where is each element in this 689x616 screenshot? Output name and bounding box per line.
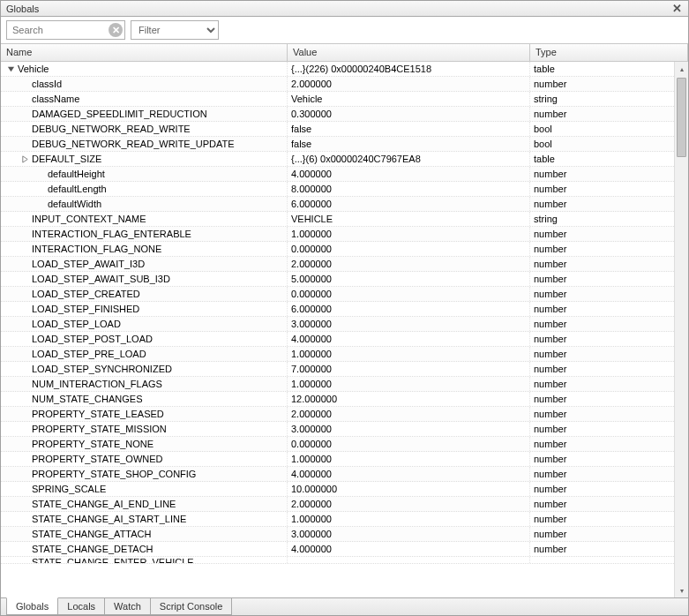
scroll-up-icon[interactable]: ▴ [675, 62, 688, 76]
clear-icon[interactable]: ✕ [109, 23, 123, 37]
name-text: DEBUG_NETWORK_READ_WRITE_UPDATE [32, 139, 235, 149]
tree-scroll[interactable]: Vehicle{...}(226) 0x00000240B4CE1518tabl… [1, 62, 688, 597]
cell-value: 6.000000 [288, 197, 530, 211]
tab-watch[interactable]: Watch [104, 598, 151, 615]
filter-select[interactable]: Filter [131, 20, 219, 40]
collapse-icon[interactable] [6, 64, 15, 73]
name-text: Vehicle [18, 64, 49, 74]
cell-value: 3.000000 [288, 422, 530, 436]
tree-row[interactable]: PROPERTY_STATE_LEASED2.000000number [1, 407, 688, 422]
cell-name: defaultHeight [1, 167, 288, 181]
panel-titlebar: Globals ✕ [1, 1, 688, 17]
cell-name: SPRING_SCALE [1, 482, 288, 496]
tree-row[interactable]: STATE_CHANGE_DETACH4.000000number [1, 542, 688, 557]
cell-name: LOAD_STEP_LOAD [1, 317, 288, 331]
cell-name: PROPERTY_STATE_LEASED [1, 407, 288, 421]
cell-type: number [530, 197, 688, 211]
cell-type: number [530, 422, 688, 436]
tree-row[interactable]: INTERACTION_FLAG_NONE0.000000number [1, 242, 688, 257]
tree-row[interactable]: DEFAULT_SIZE{...}(6) 0x00000240C7967EA8t… [1, 152, 688, 167]
cell-type: number [530, 512, 688, 526]
tree-row[interactable]: DEBUG_NETWORK_READ_WRITE_UPDATEfalsebool [1, 137, 688, 152]
tree-row[interactable]: DAMAGED_SPEEDLIMIT_REDUCTION0.300000numb… [1, 107, 688, 122]
tree-row[interactable]: DEBUG_NETWORK_READ_WRITEfalsebool [1, 122, 688, 137]
scroll-down-icon[interactable]: ▾ [675, 583, 688, 597]
tree-row[interactable]: LOAD_STEP_LOAD3.000000number [1, 317, 688, 332]
cell-name: LOAD_STEP_FINISHED [1, 302, 288, 316]
cell-value: 0.000000 [288, 287, 530, 301]
tree-area: Vehicle{...}(226) 0x00000240B4CE1518tabl… [1, 62, 688, 597]
name-text: LOAD_STEP_LOAD [32, 319, 121, 329]
name-text: LOAD_STEP_AWAIT_I3D [32, 259, 145, 269]
tree-row[interactable]: PROPERTY_STATE_NONE0.000000number [1, 437, 688, 452]
tree-row[interactable]: classNameVehiclestring [1, 92, 688, 107]
tree-row[interactable]: STATE_CHANGE_ATTACH3.000000number [1, 527, 688, 542]
header-value[interactable]: Value [288, 44, 530, 61]
tree-row[interactable]: LOAD_STEP_CREATED0.000000number [1, 287, 688, 302]
tree-row[interactable]: defaultWidth6.000000number [1, 197, 688, 212]
cell-type: string [530, 212, 688, 226]
tree-row[interactable]: STATE_CHANGE_ENTER_VEHICLE [1, 557, 688, 564]
cell-name: STATE_CHANGE_ATTACH [1, 527, 288, 541]
search-input[interactable] [6, 20, 125, 40]
scroll-thumb[interactable] [677, 78, 686, 157]
cell-value: Vehicle [288, 92, 530, 106]
cell-name: PROPERTY_STATE_NONE [1, 437, 288, 451]
tab-globals[interactable]: Globals [6, 597, 58, 615]
cell-type: number [530, 467, 688, 481]
cell-type: number [530, 392, 688, 406]
cell-value: 0.300000 [288, 107, 530, 121]
cell-name: STATE_CHANGE_ENTER_VEHICLE [1, 557, 288, 563]
cell-type: number [530, 182, 688, 196]
tree-row[interactable]: defaultHeight4.000000number [1, 167, 688, 182]
name-text: PROPERTY_STATE_MISSION [32, 424, 167, 434]
tree-row[interactable]: STATE_CHANGE_AI_END_LINE2.000000number [1, 497, 688, 512]
tree-row[interactable]: SPRING_SCALE10.000000number [1, 482, 688, 497]
cell-name: DAMAGED_SPEEDLIMIT_REDUCTION [1, 107, 288, 121]
tree-row[interactable]: NUM_STATE_CHANGES12.000000number [1, 392, 688, 407]
cell-value: 2.000000 [288, 407, 530, 421]
tree-row[interactable]: PROPERTY_STATE_OWNED1.000000number [1, 452, 688, 467]
tree-row[interactable]: NUM_INTERACTION_FLAGS1.000000number [1, 377, 688, 392]
header-name[interactable]: Name [1, 44, 288, 61]
tree-row[interactable]: LOAD_STEP_AWAIT_SUB_I3D5.000000number [1, 272, 688, 287]
tree-row[interactable]: LOAD_STEP_POST_LOAD4.000000number [1, 332, 688, 347]
tree-row[interactable]: LOAD_STEP_FINISHED6.000000number [1, 302, 688, 317]
vertical-scrollbar[interactable]: ▴ ▾ [674, 62, 688, 597]
name-text: className [32, 94, 79, 104]
tree-row[interactable]: LOAD_STEP_AWAIT_I3D2.000000number [1, 257, 688, 272]
tree-row[interactable]: LOAD_STEP_PRE_LOAD1.000000number [1, 347, 688, 362]
tree-row[interactable]: INTERACTION_FLAG_ENTERABLE1.000000number [1, 227, 688, 242]
tree-row[interactable]: PROPERTY_STATE_SHOP_CONFIG4.000000number [1, 467, 688, 482]
tree-row[interactable]: defaultLength8.000000number [1, 182, 688, 197]
name-text: LOAD_STEP_SYNCHRONIZED [32, 364, 172, 374]
panel-title: Globals [6, 4, 670, 14]
tree-row[interactable]: classId2.000000number [1, 77, 688, 92]
name-text: STATE_CHANGE_AI_END_LINE [32, 499, 176, 509]
expand-icon[interactable] [20, 154, 29, 163]
cell-name: DEBUG_NETWORK_READ_WRITE [1, 122, 288, 136]
cell-type: number [530, 497, 688, 511]
name-text: LOAD_STEP_POST_LOAD [32, 334, 153, 344]
cell-type: number [530, 377, 688, 391]
name-text: STATE_CHANGE_ENTER_VEHICLE [32, 557, 194, 563]
tree-row[interactable]: LOAD_STEP_SYNCHRONIZED7.000000number [1, 362, 688, 377]
cell-name: STATE_CHANGE_DETACH [1, 542, 288, 556]
tree-row[interactable]: PROPERTY_STATE_MISSION3.000000number [1, 422, 688, 437]
cell-type: number [530, 242, 688, 256]
tree-row[interactable]: Vehicle{...}(226) 0x00000240B4CE1518tabl… [1, 62, 688, 77]
tab-script-console[interactable]: Script Console [150, 598, 233, 615]
cell-value: 4.000000 [288, 542, 530, 556]
name-text: PROPERTY_STATE_SHOP_CONFIG [32, 469, 196, 479]
close-icon[interactable]: ✕ [670, 3, 683, 15]
cell-value: 5.000000 [288, 272, 530, 286]
name-text: INPUT_CONTEXT_NAME [32, 214, 146, 224]
tree-row[interactable]: INPUT_CONTEXT_NAMEVEHICLEstring [1, 212, 688, 227]
tab-locals[interactable]: Locals [57, 598, 105, 615]
cell-value: {...}(226) 0x00000240B4CE1518 [288, 62, 530, 76]
cell-type: bool [530, 122, 688, 136]
cell-type: number [530, 527, 688, 541]
cell-name: PROPERTY_STATE_MISSION [1, 422, 288, 436]
tree-row[interactable]: STATE_CHANGE_AI_START_LINE1.000000number [1, 512, 688, 527]
header-type[interactable]: Type [530, 44, 688, 61]
